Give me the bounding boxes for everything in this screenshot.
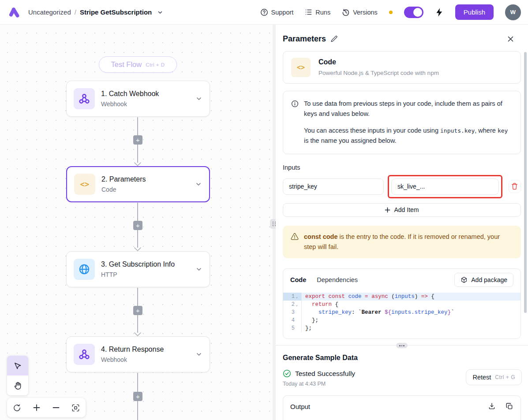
add-step-button[interactable]: + (133, 135, 142, 145)
chevron-down-icon[interactable] (195, 266, 202, 273)
edit-name-icon[interactable] (330, 35, 338, 43)
zoom-in-button[interactable] (28, 399, 45, 416)
help-icon (260, 8, 268, 16)
versions-label: Versions (353, 9, 378, 16)
piece-info-card: <> Code Powerful Node.js & TypeScript co… (283, 51, 521, 84)
step-title: 3. Get Subscription Info (101, 260, 189, 268)
success-check-icon (283, 369, 291, 378)
tab-code[interactable]: Code (290, 276, 306, 283)
section-resize-grip[interactable] (396, 343, 408, 348)
select-tool-button[interactable] (7, 356, 28, 375)
input-key-field[interactable] (283, 178, 384, 195)
webhook-icon (74, 88, 95, 109)
step-settings-panel: Parameters <> Code Powerful Node.js & Ty… (276, 25, 528, 420)
retest-label: Retest (472, 374, 491, 381)
runs-list-icon (305, 8, 312, 16)
code-editor[interactable]: 1⌄2⌄345 export const code = async (input… (283, 290, 521, 338)
arrow-head-icon (134, 247, 141, 251)
step-card-catch-webhook[interactable]: 1. Catch Webhook Webhook (66, 81, 210, 117)
code-editor-card: Code Dependencies Add package 1⌄2⌄345 ex… (283, 268, 521, 339)
step-card-return-response[interactable]: 4. Return Response Webhook (66, 336, 210, 372)
code-line[interactable]: stripe_key: `Bearer ${inputs.stripe_key}… (302, 308, 521, 316)
step-subtitle: Webhook (101, 100, 127, 108)
output-title: Output (290, 403, 310, 410)
flow-menu-chevron-icon[interactable] (157, 9, 163, 15)
editor-lines[interactable]: export const code = async (inputs) => { … (302, 293, 521, 332)
add-item-button[interactable]: Add Item (283, 203, 521, 217)
panel-scrollbar[interactable] (524, 52, 527, 313)
note-paragraph-2: You can access these inputs in your code… (304, 126, 513, 146)
chevron-down-icon[interactable] (195, 181, 202, 188)
reset-view-button[interactable] (8, 399, 25, 416)
copy-icon (506, 402, 513, 410)
add-step-button[interactable]: + (133, 306, 142, 315)
panel-resize-divider[interactable] (273, 25, 276, 420)
code-line[interactable]: }; (302, 324, 521, 332)
versions-button[interactable]: Versions (342, 8, 378, 16)
flow-canvas[interactable]: Test Flow Ctrl + D 1. Catch Webhook Webh… (0, 25, 273, 420)
breadcrumb-category[interactable]: Uncategorized (28, 8, 71, 16)
instant-run-icon[interactable] (435, 7, 444, 17)
history-icon (342, 8, 350, 16)
step-card-get-subscription[interactable]: 3. Get Subscription Info HTTP (66, 251, 210, 287)
breadcrumb-flow-name[interactable]: Stripe GetSubscription (80, 8, 152, 16)
note-paragraph-1: To use data from previous steps in your … (304, 99, 513, 119)
step-subtitle: Webhook (101, 356, 127, 363)
globe-icon (74, 259, 95, 280)
hand-icon (13, 381, 22, 390)
step-subtitle: Code (101, 186, 116, 193)
pan-tool-button[interactable] (7, 375, 28, 395)
canvas-tool-stack (7, 356, 28, 395)
add-package-button[interactable]: Add package (454, 273, 513, 287)
inputs-section-label: Inputs (283, 164, 521, 171)
add-step-button[interactable]: + (133, 221, 142, 230)
code-line[interactable]: export const code = async (inputs) => { (302, 293, 521, 301)
zoom-out-button[interactable] (48, 399, 64, 416)
panel-title: Parameters (283, 34, 326, 44)
retest-button[interactable]: Retest Ctrl + G (466, 369, 522, 385)
input-value-field[interactable] (391, 178, 499, 195)
fit-screen-icon (71, 404, 80, 412)
step-title: 2. Parameters (101, 175, 189, 183)
code-icon: <> (74, 174, 95, 195)
runs-button[interactable]: Runs (305, 8, 330, 16)
inputs-help-note: To use data from previous steps in your … (283, 91, 521, 154)
plus-icon (385, 207, 390, 213)
draft-status-dot (389, 11, 393, 14)
support-button[interactable]: Support (260, 8, 294, 16)
warning-bold: const code (304, 233, 338, 240)
plus-icon (33, 404, 41, 412)
chevron-down-icon[interactable] (195, 351, 202, 358)
info-icon (291, 99, 299, 146)
test-flow-button[interactable]: Test Flow Ctrl + D (99, 56, 177, 73)
code-line[interactable]: return { (302, 301, 521, 308)
fit-view-button[interactable] (67, 399, 84, 416)
inline-code: inputs.key (440, 127, 475, 134)
copy-output-button[interactable] (506, 402, 513, 410)
publish-button[interactable]: Publish (455, 4, 494, 20)
close-panel-button[interactable] (507, 36, 514, 42)
webhook-icon (74, 344, 95, 365)
flow-enabled-toggle[interactable] (404, 7, 423, 18)
output-card: Output (283, 395, 521, 420)
download-output-button[interactable] (488, 402, 496, 410)
top-header: Uncategorized / Stripe GetSubscription S… (0, 0, 528, 25)
code-line[interactable]: }; (302, 316, 521, 324)
chevron-down-icon[interactable] (195, 95, 202, 102)
toggle-knob (413, 8, 422, 17)
step-title: 4. Return Response (101, 346, 189, 353)
add-step-button[interactable]: + (133, 392, 142, 401)
breadcrumb: Uncategorized / Stripe GetSubscription (28, 8, 163, 16)
editor-gutter: 1⌄2⌄345 (283, 293, 302, 332)
input-key-value-row (283, 175, 521, 198)
delete-input-button[interactable] (509, 180, 521, 193)
support-label: Support (271, 9, 294, 16)
step-card-parameters[interactable]: <> 2. Parameters Code (66, 166, 210, 202)
tab-dependencies[interactable]: Dependencies (317, 276, 358, 283)
app-logo-icon[interactable] (7, 5, 22, 20)
sample-section-divider (276, 345, 528, 346)
user-avatar[interactable]: W (505, 4, 521, 20)
add-item-label: Add Item (394, 206, 419, 213)
test-status-text: Tested Successfully (295, 370, 355, 378)
refresh-icon (13, 404, 21, 412)
